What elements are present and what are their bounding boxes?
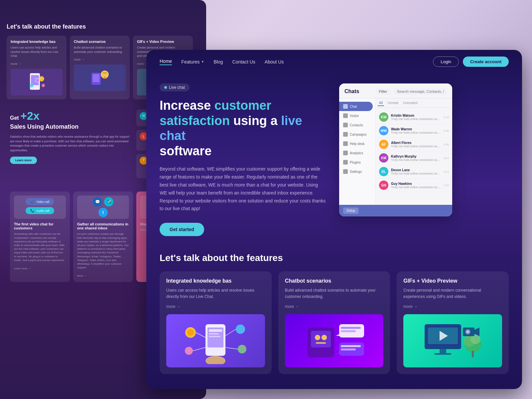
svg-point-31 [315, 335, 320, 340]
svg-rect-33 [316, 342, 326, 344]
chat-filter-button[interactable]: Filter [376, 88, 390, 95]
avatar-albert: AF [379, 140, 388, 149]
chat-item-3[interactable]: AF Albert Flores Trufy me hold online co… [378, 138, 450, 151]
bg-feature-card-2: Chatbot scenarios Build advanced chatbot… [70, 36, 130, 99]
svg-rect-35 [341, 327, 361, 329]
sidebar-item-chat[interactable]: Chat [339, 102, 373, 111]
login-button[interactable]: Login [433, 57, 459, 67]
hero-description: Beyond chat software, WE simplifies your… [160, 165, 326, 213]
chat-item-4-name: Kathryn Murphy [391, 155, 441, 158]
nav-contact[interactable]: Contact Us [232, 59, 255, 65]
svg-rect-40 [341, 348, 356, 350]
helpdesk-icon [343, 141, 348, 146]
nav-blog[interactable]: Blog [214, 59, 223, 65]
nav-features-label: Features [181, 59, 200, 65]
chat-item-5-name: Devon Lane [391, 168, 441, 172]
chat-item-5[interactable]: DL Devon Lane Trufy me hold online conne… [378, 165, 450, 179]
svg-line-26 [193, 347, 205, 351]
feature3-desc: Create personal and modern conversationa… [403, 287, 502, 300]
bg-learn-more-button[interactable]: Learn more [10, 157, 37, 164]
nav-features[interactable]: Features ▼ [181, 59, 204, 65]
sidebar-item-helpdesk[interactable]: Help desk [339, 139, 375, 148]
chat-item-1-time: 9:16 [444, 116, 449, 119]
features-section: Let's talk about the features Integrated… [146, 246, 522, 384]
chat-sidebar: Chat Visitor Contacts Campaigns [339, 98, 376, 205]
chat-footer: Setup [339, 205, 452, 216]
bg-card1-more[interactable]: more → [11, 62, 21, 66]
sidebar-item-settings[interactable]: Settings [339, 167, 375, 176]
chat-title: Chats [344, 88, 372, 94]
sidebar-item-visitor[interactable]: Visitor [339, 111, 375, 120]
live-chat-badge: Live chat [160, 83, 190, 91]
sidebar-item-analytics[interactable]: Analytics [339, 148, 375, 158]
get-started-button[interactable]: Get started [160, 223, 204, 236]
main-card: Home Features ▼ Blog Contact Us About Us… [146, 50, 522, 389]
chat-item-3-time: 8:50 [444, 143, 449, 146]
tab-unreaded[interactable]: Unreaded [402, 100, 419, 106]
create-account-button[interactable]: Create account [463, 57, 509, 67]
hero-title-software: software [160, 144, 211, 158]
live-dot [164, 86, 167, 89]
chat-item-1-info: Kristin Watson Trufy me hold online conn… [391, 114, 441, 121]
feature2-illustration [285, 314, 384, 367]
feature3-illustration [403, 314, 502, 367]
hero-title-middle: using a [230, 114, 281, 128]
svg-point-21 [236, 325, 245, 334]
setup-button[interactable]: Setup [343, 207, 358, 214]
nav-about[interactable]: About Us [265, 59, 284, 65]
avatar-guy: GH [379, 181, 388, 190]
chat-tabs: All Unread Unreaded [378, 100, 450, 108]
sidebar-item-plugins[interactable]: Plugins [339, 158, 375, 167]
avatar-wade: WW [379, 126, 388, 135]
svg-point-54 [466, 330, 469, 333]
bg-card1-img [11, 69, 63, 95]
feature2-desc: Build advanced chatbot scenarios to auto… [285, 287, 384, 300]
chat-item-2[interactable]: WW Wade Warren Trufy me hold online conn… [378, 124, 450, 138]
live-chat-label: Live chat [169, 85, 185, 90]
feature3-title: GIFs + Video Preview [403, 278, 502, 284]
video-btn: 📹 Video call [26, 198, 54, 205]
chat-item-4-time: 8:24 [444, 157, 449, 160]
chat-item-5-info: Devon Lane Trufy me hold online connecti… [391, 168, 441, 175]
feature2-more[interactable]: more → [285, 304, 384, 309]
bg-automation-title: Sales Using Automation [10, 123, 130, 131]
hero-title-highlight2: satisfaction [160, 114, 230, 128]
svg-point-32 [322, 335, 327, 340]
feature1-more[interactable]: more → [166, 304, 265, 309]
feature3-more[interactable]: more → [403, 304, 502, 309]
chat-list: All Unread Unreaded KW Kristin Watson Tr… [376, 98, 452, 205]
bg-automation-desc: Statistics show that website visitors wh… [10, 135, 130, 153]
bg-video-chat-img: 📹 Video call 📞 Audio call [14, 196, 66, 219]
chat-search-input[interactable] [394, 88, 447, 95]
analytics-icon [343, 151, 348, 155]
bg-bottom-card2-link[interactable]: More → [77, 274, 86, 277]
chat-item-1-name: Kristin Watson [391, 114, 441, 117]
bg-gather-img: 💬 ✈️ t [77, 196, 129, 219]
nav-home[interactable]: Home [160, 59, 172, 65]
bg-card2-more[interactable]: more → [74, 58, 84, 61]
bg-bottom-card2-desc: Let your customers contact you through t… [77, 232, 129, 269]
svg-point-22 [185, 347, 193, 355]
bg-bottom-card1-title: The first video chat for customers [14, 222, 66, 230]
svg-rect-16 [209, 329, 222, 332]
chat-item-1[interactable]: KW Kristin Watson Trufy me hold online c… [378, 110, 450, 124]
sidebar-item-campaigns[interactable]: Campaigns [339, 130, 375, 139]
svg-rect-46 [440, 349, 446, 353]
svg-line-24 [196, 332, 205, 337]
tab-unread[interactable]: Unread [386, 100, 400, 106]
bg-bottom-card1-link[interactable]: Learn more → [14, 267, 31, 270]
chat-item-2-info: Wade Warren Trufy me hold online connect… [391, 127, 441, 134]
sidebar-item-contacts[interactable]: Contacts [339, 120, 375, 130]
chat-item-4[interactable]: KM Kathryn Murphy Trufy me hold online c… [378, 151, 450, 165]
chat-body: Chat Visitor Contacts Campaigns [339, 98, 452, 205]
avatar-kathryn: KM [379, 153, 388, 163]
chat-item-6-msg: Trufy me hold online connection so help.… [391, 186, 441, 189]
navbar: Home Features ▼ Blog Contact Us About Us… [146, 50, 522, 73]
plugins-icon [343, 160, 348, 165]
svg-rect-17 [209, 333, 219, 334]
svg-rect-39 [341, 345, 361, 347]
tab-all[interactable]: All [378, 100, 384, 106]
chat-item-6[interactable]: GH Guy Hawkins Trufy me hold online conn… [378, 179, 450, 192]
bg-card2-title: Chatbot scenarios [74, 40, 126, 44]
bg-bottom-card-1: 📹 Video call 📞 Audio call The first vide… [10, 192, 70, 282]
